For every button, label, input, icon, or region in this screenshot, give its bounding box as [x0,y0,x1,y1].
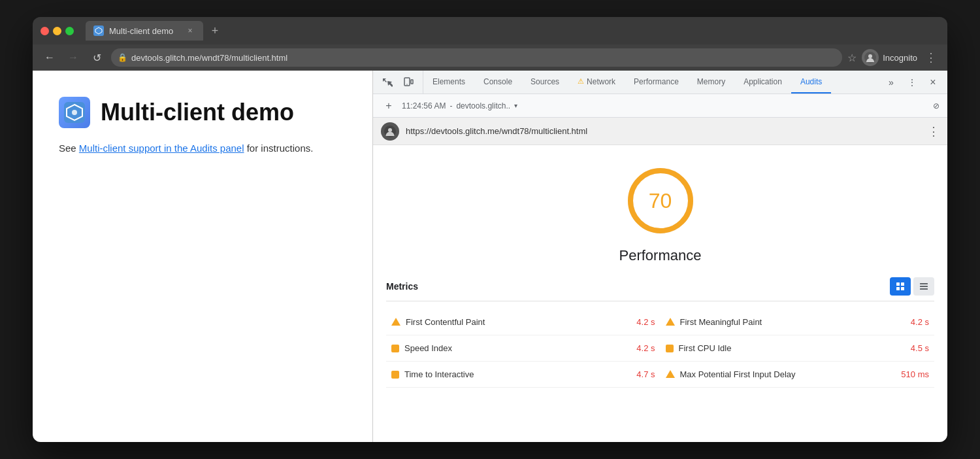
metric-row-mpfid: Max Potential First Input Delay 510 ms [661,362,935,388]
audit-url-short: devtools.glitch.. [456,101,510,110]
metric-row-fmp: First Meaningful Paint 4.2 s [661,309,935,335]
inspect-element-button[interactable] [378,73,397,92]
devtools-panel: Elements Console Sources ⚠ Network Perfo… [372,71,947,442]
devtools-toolbar: Elements Console Sources ⚠ Network Perfo… [373,71,947,94]
score-value: 70 [649,189,672,213]
reload-button[interactable]: ↺ [88,48,106,67]
metrics-header: Metrics [386,277,934,301]
svg-point-9 [388,128,392,132]
svg-rect-18 [920,288,928,290]
svg-point-4 [72,110,77,115]
fcp-name: First Contentful Paint [406,317,631,327]
audits-link[interactable]: Multi-client support in the Audits panel [79,143,244,154]
fci-value: 4.5 s [911,343,929,353]
devtools-tabs: Elements Console Sources ⚠ Network Perfo… [423,71,877,94]
device-toolbar-button[interactable] [399,73,417,92]
fmp-icon [666,318,675,326]
score-section: 70 Performance [373,145,947,277]
traffic-lights [41,27,74,35]
si-value: 4.2 s [636,343,655,353]
tti-value: 4.7 s [636,369,655,379]
audit-toolbar: + 11:24:56 AM - devtools.glitch.. ▾ ⊘ [373,94,947,118]
close-traffic-light[interactable] [41,27,49,35]
svg-rect-13 [901,282,904,286]
fcp-icon [391,318,400,326]
metrics-view-toggle [890,277,934,296]
tab-sources[interactable]: Sources [521,71,568,94]
list-view-button[interactable] [913,277,934,296]
devtools-close-button[interactable]: × [924,73,942,92]
metric-row-si: Speed Index 4.2 s [386,335,661,362]
audit-separator: - [449,101,452,110]
svg-point-7 [406,84,407,84]
page-header: Multi-client demo [59,97,346,128]
si-icon [391,345,399,352]
svg-rect-12 [896,282,900,286]
audit-site-url: https://devtools.glitch.me/wndt78/multic… [406,126,921,136]
svg-point-2 [868,54,872,58]
svg-rect-16 [920,283,928,284]
audit-url-more-button[interactable]: ⋮ [928,124,939,139]
tab-application[interactable]: Application [734,71,791,94]
grid-view-button[interactable] [890,277,911,296]
tti-name: Time to Interactive [404,369,631,379]
mpfid-value: 510 ms [901,369,929,379]
audit-url-area: 11:24:56 AM - devtools.glitch.. ▾ [402,101,928,110]
more-tabs-button[interactable]: » [882,73,900,92]
audit-dropdown-arrow[interactable]: ▾ [514,102,517,109]
lock-icon: 🔒 [118,53,127,62]
tab-network[interactable]: ⚠ Network [568,71,625,94]
browser-window: Multi-client demo × + ← → ↺ 🔒 devtools.g… [33,17,947,442]
desc-before-link: See [59,143,79,154]
devtools-tools-left [373,71,423,94]
fmp-value: 4.2 s [911,317,929,327]
bookmark-button[interactable]: ☆ [847,52,857,64]
address-bar[interactable]: 🔒 devtools.glitch.me/wndt78/multiclient.… [111,48,842,67]
incognito-label: Incognito [883,53,917,63]
metrics-title: Metrics [386,281,418,292]
tab-favicon [93,26,104,36]
tab-title: Multi-client demo [109,26,180,36]
fcp-value: 4.2 s [636,317,655,327]
incognito-area: Incognito [862,49,917,66]
fci-name: First CPU Idle [679,343,906,353]
page-description: See Multi-client support in the Audits p… [59,141,346,156]
tab-memory[interactable]: Memory [688,71,734,94]
page-title: Multi-client demo [101,99,294,126]
score-label: Performance [619,247,702,264]
main-content: Multi-client demo See Multi-client suppo… [33,71,947,442]
tab-elements[interactable]: Elements [423,71,474,94]
tab-close-button[interactable]: × [185,26,195,36]
tti-icon [391,371,399,379]
forward-button[interactable]: → [64,48,82,67]
tab-performance[interactable]: Performance [625,71,688,94]
mpfid-icon [666,370,675,378]
maximize-traffic-light[interactable] [65,27,74,35]
back-button[interactable]: ← [41,48,59,67]
mpfid-name: Max Potential First Input Delay [680,369,896,379]
network-warning-icon: ⚠ [578,77,584,86]
metrics-grid: First Contentful Paint 4.2 s First Meani… [386,309,934,388]
fmp-name: First Meaningful Paint [680,317,906,327]
devtools-tabs-right: » ⋮ × [877,71,947,94]
incognito-icon [862,49,879,66]
tab-audits[interactable]: Audits [791,71,831,94]
audit-site-icon [381,122,399,141]
si-name: Speed Index [404,343,631,353]
page-logo [59,97,90,128]
browser-menu-button[interactable]: ⋮ [923,48,939,67]
svg-rect-6 [411,80,413,84]
tab-console[interactable]: Console [474,71,521,94]
tab-bar: Multi-client demo × + [86,21,224,41]
svg-rect-14 [896,287,900,290]
metric-row-fcp: First Contentful Paint 4.2 s [386,309,661,335]
devtools-options-button[interactable]: ⋮ [903,73,921,92]
minimize-traffic-light[interactable] [53,27,61,35]
audit-time: 11:24:56 AM [402,101,446,110]
audit-url-bar: https://devtools.glitch.me/wndt78/multic… [373,118,947,145]
browser-tab[interactable]: Multi-client demo × [86,21,203,41]
nav-right: ☆ Incognito ⋮ [847,48,939,67]
title-bar: Multi-client demo × + [33,17,947,44]
audit-add-button[interactable]: + [381,98,397,114]
new-tab-button[interactable]: + [206,22,224,40]
